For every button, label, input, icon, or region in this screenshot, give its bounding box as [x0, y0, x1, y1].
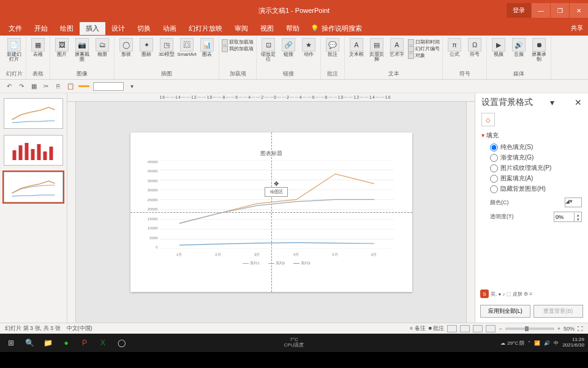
ribbon-我的加载项[interactable]: 我的加载项	[222, 46, 254, 52]
reset-background-button[interactable]: 重置背景(B)	[533, 305, 584, 318]
share-button[interactable]: 共享	[571, 24, 583, 33]
tray-chevron-icon[interactable]: ˄	[528, 340, 530, 346]
slide[interactable]: 图表标题 45000400003500030000250002000015000…	[130, 132, 412, 292]
menu-审阅[interactable]: 审阅	[228, 22, 254, 35]
thumbnail-1[interactable]	[4, 98, 63, 129]
qat-dropdown-icon[interactable]: ▾	[127, 83, 136, 90]
ribbon-对象[interactable]: 对象	[408, 53, 440, 59]
wechat-icon[interactable]: ●	[58, 335, 75, 351]
fill-option-4[interactable]: 隐藏背景图形(H)	[490, 185, 582, 193]
menu-帮助[interactable]: 帮助	[280, 22, 306, 35]
qat-color-swatch[interactable]	[78, 85, 89, 87]
tray-network-icon[interactable]: 📶	[534, 340, 540, 346]
fit-button[interactable]: ⛶	[578, 326, 583, 332]
sogou-icon[interactable]: S	[480, 289, 489, 298]
qat-cut-icon[interactable]: ✂	[42, 83, 50, 90]
tray-clock[interactable]: 11:292021/6/30	[562, 337, 584, 348]
obs-icon[interactable]: ◯	[113, 335, 130, 351]
ribbon-符号[interactable]: Ω符号	[466, 38, 484, 57]
qat-paste-icon[interactable]: 📋	[66, 83, 75, 90]
chart[interactable]: 4500040000350003000025000200001500010000…	[160, 160, 394, 249]
ribbon-动作[interactable]: ★动作	[300, 38, 318, 57]
menu-幻灯片放映[interactable]: 幻灯片放映	[183, 22, 228, 35]
search-icon[interactable]: 🔍	[21, 335, 38, 351]
pane-dropdown-icon[interactable]: ▾	[550, 98, 554, 107]
ribbon-图标[interactable]: ✦图标	[137, 38, 156, 57]
fill-option-2[interactable]: 图片或纹理填充(P)	[490, 164, 582, 172]
powerpoint-icon[interactable]: P	[76, 335, 93, 351]
ribbon-获取加载项[interactable]: 获取加载项	[222, 39, 254, 45]
ribbon-相册[interactable]: 🗂相册	[93, 38, 111, 57]
language-indicator[interactable]: 中文(中国)	[67, 324, 92, 332]
ribbon-3D模型[interactable]: ◳3D模型	[157, 38, 176, 57]
zoom-level[interactable]: 50%	[564, 326, 575, 332]
login-button[interactable]: 登录	[507, 3, 531, 18]
transparency-input[interactable]	[554, 214, 574, 220]
excel-icon[interactable]: X	[94, 335, 111, 351]
zoom-slider[interactable]	[505, 328, 554, 330]
ribbon-视频[interactable]: ▶视频	[489, 38, 508, 57]
fill-option-1[interactable]: 渐变填充(G)	[490, 153, 582, 162]
ribbon-幻灯片编号[interactable]: 幻灯片编号	[408, 46, 440, 52]
minimize-button[interactable]: —	[532, 3, 550, 18]
menu-动画[interactable]: 动画	[157, 22, 183, 35]
reading-view-button[interactable]	[473, 325, 483, 332]
ribbon-音频[interactable]: 🔊音频	[510, 38, 528, 57]
menu-插入[interactable]: 插入	[80, 22, 105, 35]
zoom-in-button[interactable]: +	[557, 326, 560, 332]
pane-close-icon[interactable]: ✕	[575, 98, 582, 107]
notes-button[interactable]: ≡ 备注	[410, 324, 426, 332]
ribbon-公式[interactable]: π公式	[445, 38, 464, 57]
color-picker[interactable]: ◢▾	[565, 197, 582, 207]
comments-button[interactable]: ■ 批注	[429, 324, 445, 332]
fill-section[interactable]: 填充	[481, 131, 582, 140]
thumbnail-2[interactable]	[4, 135, 63, 166]
menu-视图[interactable]: 视图	[254, 22, 280, 35]
fill-category-icon[interactable]: ◇	[481, 113, 495, 126]
ribbon-批注[interactable]: 💬批注	[323, 38, 342, 57]
weather-widget[interactable]: ☁ 29°C 阴	[500, 340, 524, 347]
qat-input[interactable]	[93, 82, 124, 91]
ribbon-形状[interactable]: ◯形状	[117, 38, 135, 57]
slide-area[interactable]: 图表标题 45000400003500030000250002000015000…	[76, 102, 466, 323]
vertical-scrollbar[interactable]	[466, 102, 475, 323]
ribbon-日期和时间[interactable]: 日期和时间	[408, 39, 440, 45]
ribbon-SmartArt[interactable]: ⿴SmartArt	[178, 38, 196, 57]
fill-option-3[interactable]: 图案填充(A)	[490, 174, 582, 183]
zoom-out-button[interactable]: −	[499, 326, 502, 332]
explorer-icon[interactable]: 📁	[39, 335, 56, 351]
ribbon-页眉页脚[interactable]: ▤页眉页脚	[368, 38, 386, 62]
ribbon-链接[interactable]: 🔗链接	[279, 38, 298, 57]
ribbon-艺术字[interactable]: A艺术字	[388, 38, 406, 57]
ribbon-缩放定位[interactable]: ⊡缩放定位	[259, 38, 277, 62]
menu-切换[interactable]: 切换	[131, 22, 157, 35]
apply-all-button[interactable]: 应用到全部(L)	[480, 305, 530, 318]
menu-设计[interactable]: 设计	[105, 22, 131, 35]
menu-开始[interactable]: 开始	[28, 22, 54, 35]
undo-button[interactable]: ↶	[5, 83, 13, 90]
qat-copy-icon[interactable]: ⎘	[54, 83, 62, 90]
ribbon-新建幻灯片[interactable]: 📄新建幻灯片	[5, 38, 23, 62]
start-button[interactable]: ⊞	[2, 335, 20, 351]
tray-volume-icon[interactable]: 🔊	[544, 340, 550, 346]
ribbon-屏幕录制[interactable]: ⏺屏幕录制	[530, 38, 548, 62]
ribbon-文本框[interactable]: A文本框	[347, 38, 366, 57]
redo-button[interactable]: ↷	[17, 83, 26, 90]
sorter-view-button[interactable]	[460, 325, 470, 332]
fill-option-0[interactable]: 纯色填充(S)	[490, 143, 582, 151]
ribbon-图表[interactable]: 📊图表	[198, 38, 216, 57]
ribbon-图片[interactable]: 🖼图片	[53, 38, 71, 57]
transparency-spinner[interactable]: ▴▾	[554, 212, 582, 222]
slideshow-button[interactable]	[486, 325, 496, 332]
ribbon-屏幕截图[interactable]: 📷屏幕截图	[73, 38, 91, 62]
slide-indicator: 幻灯片 第 3 张, 共 3 张	[5, 324, 61, 332]
restore-button[interactable]: ❐	[551, 3, 569, 18]
normal-view-button[interactable]	[447, 325, 457, 332]
ribbon-表格[interactable]: ▦表格	[29, 38, 47, 57]
tray-ime-icon[interactable]: 中	[554, 340, 559, 347]
menu-文件[interactable]: 文件	[2, 22, 28, 35]
tell-me[interactable]: 操作说明搜索	[322, 24, 362, 33]
thumbnail-3[interactable]	[4, 172, 63, 202]
close-button[interactable]: ✕	[570, 3, 588, 18]
menu-绘图[interactable]: 绘图	[54, 22, 80, 35]
